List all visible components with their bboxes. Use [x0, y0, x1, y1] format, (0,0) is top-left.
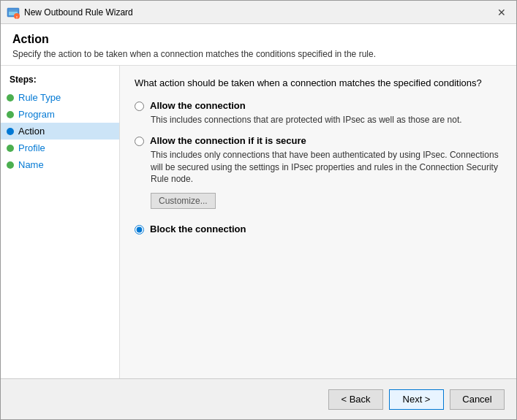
wizard-footer: < Back Next > Cancel	[1, 378, 516, 419]
sidebar-label-profile: Profile	[18, 142, 45, 153]
main-question: What action should be taken when a conne…	[135, 77, 502, 88]
steps-label: Steps:	[1, 72, 119, 89]
sidebar-label-action: Action	[18, 126, 45, 137]
radio-allow-secure[interactable]	[135, 137, 144, 146]
radio-allow[interactable]	[135, 102, 144, 111]
wizard-window: ! New Outbound Rule Wizard ✕ Action Spec…	[0, 0, 517, 420]
radio-block[interactable]	[135, 225, 144, 234]
sidebar: Steps: Rule Type Program Action Profile …	[1, 66, 120, 378]
radio-label-allow-secure[interactable]: Allow the connection if it is secure	[150, 135, 306, 146]
radio-option-allow-secure: Allow the connection if it is secure	[135, 135, 502, 146]
step-dot-program	[7, 111, 14, 118]
window-title: New Outbound Rule Wizard	[24, 7, 493, 18]
title-bar: ! New Outbound Rule Wizard ✕	[1, 1, 516, 24]
main-panel: What action should be taken when a conne…	[120, 66, 516, 378]
next-button[interactable]: Next >	[389, 389, 444, 410]
close-button[interactable]: ✕	[493, 4, 510, 21]
sidebar-item-action[interactable]: Action	[1, 123, 119, 140]
option-allow-secure: Allow the connection if it is secure Thi…	[135, 135, 502, 215]
sidebar-item-rule-type[interactable]: Rule Type	[1, 89, 119, 106]
back-button[interactable]: < Back	[328, 389, 383, 410]
radio-desc-allow-secure: This includes only connections that have…	[151, 149, 502, 186]
page-subtitle: Specify the action to be taken when a co…	[12, 49, 505, 59]
wizard-header: Action Specify the action to be taken wh…	[1, 24, 516, 66]
option-block: Block the connection	[135, 224, 502, 234]
radio-desc-allow: This includes connections that are prote…	[151, 114, 502, 126]
radio-option-allow: Allow the connection	[135, 100, 502, 111]
sidebar-label-rule-type: Rule Type	[18, 92, 61, 103]
sidebar-item-program[interactable]: Program	[1, 106, 119, 123]
sidebar-item-name[interactable]: Name	[1, 156, 119, 173]
customize-button[interactable]: Customize...	[151, 193, 216, 209]
radio-label-allow[interactable]: Allow the connection	[150, 100, 246, 111]
content-area: Steps: Rule Type Program Action Profile …	[1, 66, 516, 378]
svg-text:!: !	[16, 15, 18, 19]
step-dot-profile	[7, 145, 14, 152]
cancel-button[interactable]: Cancel	[450, 389, 505, 410]
step-dot-name	[7, 161, 14, 169]
sidebar-label-name: Name	[18, 159, 44, 170]
step-dot-action	[7, 128, 14, 135]
radio-label-block[interactable]: Block the connection	[150, 224, 246, 234]
page-title: Action	[12, 33, 505, 46]
sidebar-label-program: Program	[18, 109, 55, 120]
option-allow: Allow the connection This includes conne…	[135, 100, 502, 126]
sidebar-item-profile[interactable]: Profile	[1, 140, 119, 156]
svg-rect-2	[9, 9, 18, 12]
step-dot-rule-type	[7, 94, 14, 102]
radio-option-block: Block the connection	[135, 224, 502, 234]
window-icon: !	[7, 6, 20, 19]
